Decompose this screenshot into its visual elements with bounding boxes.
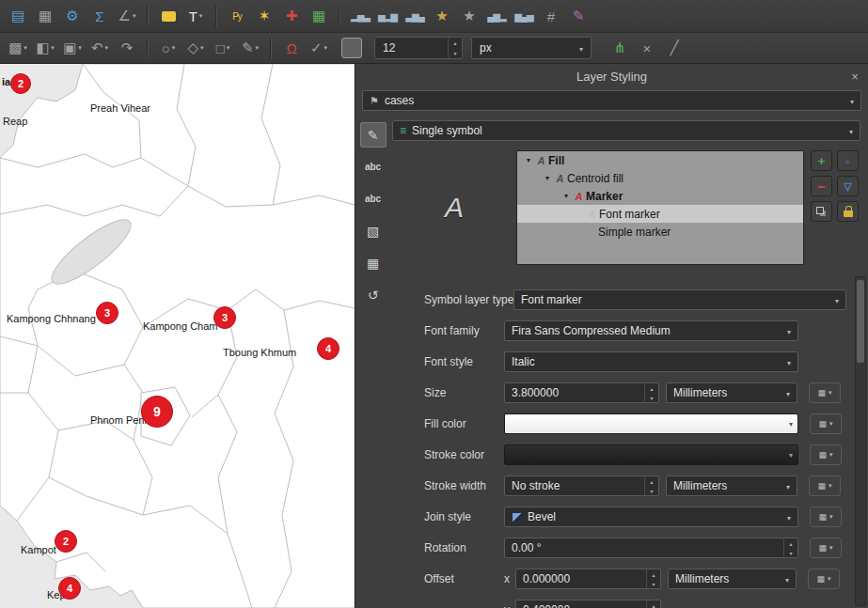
move-up-button[interactable]: ▲ — [837, 150, 859, 171]
offset-x-label: x — [504, 572, 515, 585]
mesh-tool-icon[interactable]: ◧ — [33, 36, 57, 60]
data-defined-override-button[interactable]: ▦ — [810, 507, 842, 527]
measure-icon[interactable]: ∠ — [115, 4, 139, 28]
zonal-stats-icon[interactable]: ▃▆▄ — [402, 4, 427, 28]
tracing-icon[interactable]: ⋔ — [608, 36, 632, 60]
data-defined-override-button[interactable]: ▦ — [810, 413, 842, 434]
tab-diagrams[interactable]: ▦ — [360, 250, 387, 275]
offset-x-spinbox[interactable]: 0.000000 — [515, 569, 661, 589]
data-defined-override-button[interactable]: ▦ — [810, 444, 842, 465]
log-messages-icon[interactable]: ▤ — [6, 4, 30, 28]
join-style-row: Join style Bevel ▦ — [424, 507, 868, 527]
add-symbol-layer-button[interactable]: + — [811, 150, 832, 171]
tree-row-simple-marker[interactable]: Simple marker — [517, 223, 803, 241]
lock-colors-button[interactable] — [837, 201, 859, 222]
panel-scrollbar[interactable] — [855, 276, 866, 606]
raster-tool-icon[interactable]: ▩ — [6, 36, 30, 60]
font-style-dropdown[interactable]: Italic — [504, 351, 798, 372]
offset-y-spinbox[interactable]: 0.400000 — [515, 600, 661, 608]
data-defined-icon: ▦ — [816, 574, 825, 584]
chevron-down-icon[interactable] — [523, 156, 534, 164]
statistics-sigma-icon[interactable]: Σ — [87, 4, 112, 28]
cluster-marker: 2 — [10, 73, 31, 94]
map-tips-icon[interactable] — [156, 4, 181, 28]
unit-dropdown[interactable]: px — [471, 37, 592, 59]
settings-gear-icon[interactable]: ⚙ — [60, 4, 85, 28]
tab-history[interactable]: ↺ — [360, 282, 387, 307]
stroke-color-button[interactable] — [504, 444, 798, 465]
grid-hash-icon[interactable]: # — [539, 4, 563, 28]
text-annotation-icon[interactable]: T — [183, 4, 208, 28]
symbol-layer-type-dropdown[interactable]: Font marker — [513, 289, 846, 310]
map-canvas[interactable]: ia Reap Preah Vihear Kampong Chhnang Kam… — [0, 64, 355, 608]
duplicate-symbol-layer-button[interactable] — [811, 201, 832, 222]
data-defined-override-button[interactable]: ▦ — [810, 538, 842, 558]
marquee-tool-icon[interactable]: □ — [211, 36, 235, 60]
chevron-down-icon — [844, 124, 853, 137]
tab-masks[interactable]: abc — [360, 186, 387, 211]
shape-tool-icon[interactable]: ◇ — [183, 36, 208, 60]
star-outline-icon[interactable]: ★ — [457, 4, 481, 28]
georeferencer-icon[interactable]: ✚ — [279, 4, 304, 28]
spin-up-icon — [647, 600, 660, 608]
profile-chart-icon[interactable]: ▅▂▆ — [375, 4, 400, 28]
tree-row-fill[interactable]: A Fill — [517, 151, 803, 169]
data-defined-override-button[interactable]: ▦ — [808, 569, 840, 589]
spin-down-icon — [645, 393, 658, 402]
spin-steppers[interactable] — [644, 476, 658, 495]
chevron-down-icon[interactable] — [542, 174, 553, 182]
python-console-icon[interactable]: Py — [225, 4, 249, 28]
elevation-profile-icon[interactable]: ✎ — [566, 4, 591, 28]
plugin-icon[interactable]: ✶ — [252, 4, 276, 28]
select-tool-icon[interactable]: ▣ — [60, 36, 85, 60]
tab-symbology[interactable]: ✎ — [360, 122, 387, 148]
offset-unit-dropdown[interactable]: Millimeters — [668, 569, 797, 589]
heatmap-icon[interactable]: ▆▄▅ — [512, 4, 536, 28]
font-family-dropdown[interactable]: Fira Sans Compressed Medium — [504, 320, 798, 341]
layout-manager-icon[interactable]: ▦ — [33, 4, 57, 28]
spin-steppers[interactable] — [448, 38, 462, 58]
raster-grid-icon[interactable]: ▦ — [307, 4, 331, 28]
undo-curve-icon[interactable]: ↶ — [87, 36, 112, 60]
tolerance-spinbox[interactable]: 12 — [374, 37, 463, 59]
tree-row-marker[interactable]: A Marker — [517, 187, 803, 205]
stroke-width-spinbox[interactable]: No stroke — [504, 475, 659, 496]
rotation-spinbox[interactable]: 0.00 ° — [504, 538, 798, 558]
topology-check-icon[interactable]: ✓ — [307, 36, 331, 60]
remove-icon[interactable]: × — [635, 36, 659, 60]
diagonal-tool-icon[interactable]: ╱ — [662, 36, 687, 60]
chevron-down-icon[interactable] — [560, 192, 572, 200]
star-icon[interactable]: ★ — [430, 4, 454, 28]
spin-steppers[interactable] — [646, 600, 660, 608]
size-unit-dropdown[interactable]: Millimeters — [666, 382, 797, 403]
remove-symbol-layer-button[interactable]: − — [811, 176, 832, 196]
data-defined-override-button[interactable]: ▦ — [809, 475, 841, 496]
fill-color-button[interactable] — [504, 413, 798, 434]
spin-steppers[interactable] — [783, 538, 797, 557]
size-spinbox[interactable]: 3.800000 — [504, 382, 659, 403]
tree-row-centroid-fill[interactable]: A Centroid fill — [517, 169, 803, 187]
snapping-magnet-icon[interactable]: Ω — [279, 36, 304, 60]
stroke-width-unit-dropdown[interactable]: Millimeters — [666, 475, 797, 496]
move-down-button[interactable]: ▽ — [837, 176, 859, 196]
edit-node-icon[interactable]: ✎ — [238, 36, 262, 60]
panel-title: Layer Styling — [576, 70, 647, 84]
tree-row-font-marker[interactable]: A Font marker — [517, 205, 803, 223]
map-label: Tboung Khmum — [223, 347, 296, 358]
spin-steppers[interactable] — [646, 569, 660, 588]
layer-selector[interactable]: ⚑ cases — [362, 90, 861, 111]
data-defined-override-button[interactable]: ▦ — [809, 382, 841, 403]
join-style-dropdown[interactable]: Bevel — [504, 507, 798, 527]
spin-steppers[interactable] — [644, 383, 658, 402]
renderer-dropdown[interactable]: ≡ Single symbol — [392, 120, 860, 141]
tab-labels[interactable]: abc — [360, 154, 387, 179]
toolbar-separator — [215, 6, 217, 26]
histogram-icon[interactable]: ▂▅▃ — [348, 4, 372, 28]
tab-3d-view[interactable]: ▧ — [360, 218, 387, 243]
close-icon[interactable]: × — [847, 69, 862, 84]
active-tool-button[interactable] — [341, 38, 362, 58]
zoom-tool-icon[interactable]: ○ — [156, 36, 181, 60]
interpolation-icon[interactable]: ▄▆▂ — [484, 4, 509, 28]
redo-curve-icon[interactable]: ↷ — [115, 36, 139, 60]
scrollbar-thumb[interactable] — [857, 280, 864, 363]
